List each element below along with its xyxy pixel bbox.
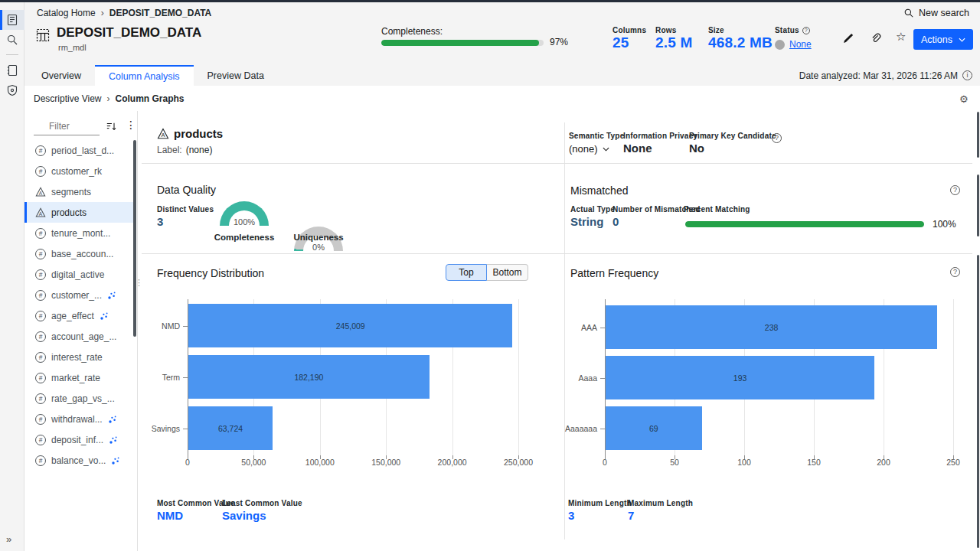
pattern-frequency-chart: 050100150200250238AAA193Aaaa69Aaaaaaa: [563, 297, 972, 471]
filter-input[interactable]: [34, 117, 100, 135]
column-list: #period_last_d...#customer_rkAsegmentsAp…: [24, 140, 135, 471]
edit-button[interactable]: [842, 32, 854, 44]
date-analyzed: Date analyzed: Mar 31, 2026 11:26 AM i: [799, 65, 972, 86]
svg-text:A: A: [39, 191, 43, 196]
top-bottom-toggle: Top Bottom: [446, 264, 528, 281]
sidebar-item-customer_[interactable]: #customer_...: [24, 285, 135, 305]
sidebar-item-tenure_mont[interactable]: #tenure_mont...: [24, 223, 135, 243]
x-tick-label: 150,000: [355, 458, 416, 467]
min-length-value: 3: [568, 509, 632, 522]
status-value-link[interactable]: None: [789, 39, 812, 50]
sidebar-item-digital_active[interactable]: #digital_active: [24, 264, 135, 285]
pattern-frequency-help-icon[interactable]: ?: [950, 267, 960, 277]
insight-icon: [100, 311, 109, 321]
sidebar-item-deposit_inf[interactable]: #deposit_inf...: [24, 429, 135, 450]
notebook-icon: [6, 64, 18, 77]
sort-icon[interactable]: [106, 121, 117, 132]
status-label: Status: [775, 26, 799, 34]
rail-governance-icon[interactable]: [0, 80, 24, 100]
category-tick: [183, 377, 188, 378]
semantic-type-dropdown[interactable]: (none): [569, 143, 624, 155]
favorite-button[interactable]: ☆: [896, 30, 906, 44]
bar-Aaaaaaa: 69: [606, 406, 702, 450]
tab-column-analysis[interactable]: Column Analysis: [95, 65, 193, 86]
sidebar-item-rate_gap_vs_[interactable]: #rate_gap_vs_...: [24, 388, 135, 409]
sidebar-item-balance_vo[interactable]: #balance_vo...: [24, 450, 135, 471]
magnifier-icon: [6, 34, 18, 46]
columns-label: Columns: [612, 26, 646, 34]
panel-resize-handle[interactable]: ⋮: [135, 280, 143, 285]
actual-type-label: Actual Type: [570, 205, 615, 214]
column-list-panel: ⋮ #period_last_d...#customer_rkAsegments…: [24, 111, 138, 551]
completeness-label: Completeness:: [381, 26, 443, 37]
star-icon: ☆: [896, 30, 906, 44]
numeric-type-icon: #: [35, 455, 46, 466]
uniqueness-gauge-pct: 0%: [294, 243, 343, 252]
category-tick: [600, 328, 605, 328]
sidebar-item-period_last_d[interactable]: #period_last_d...: [24, 140, 135, 161]
breadcrumb-descriptive-view[interactable]: Descriptive View: [34, 93, 101, 104]
size-label: Size: [708, 26, 773, 34]
settings-gear-icon[interactable]: ⚙: [959, 93, 969, 105]
breadcrumb-catalog-home[interactable]: Catalog Home: [37, 8, 96, 18]
insight-icon: [109, 435, 118, 445]
sidebar-item-interest_rate[interactable]: #interest_rate: [24, 347, 135, 367]
rail-notebook-icon[interactable]: [0, 60, 24, 80]
pk-candidate-label: Primary Key Candidate: [689, 132, 776, 140]
numeric-type-icon: #: [35, 373, 46, 383]
sidebar-item-base_accoun[interactable]: #base_accoun...: [24, 243, 135, 264]
left-nav-rail: »: [0, 2, 24, 551]
status-help-icon[interactable]: ?: [802, 27, 810, 34]
semantic-type-label: Semantic Type: [569, 132, 624, 140]
sidebar-item-products[interactable]: Aproducts: [24, 202, 135, 223]
insight-icon: [111, 456, 120, 465]
mismatched-help-icon[interactable]: ?: [950, 185, 960, 195]
sidebar-item-customer_rk[interactable]: #customer_rk: [24, 161, 135, 181]
asset-title: DEPOSIT_DEMO_DATA: [57, 25, 201, 41]
numeric-type-icon: #: [35, 269, 46, 280]
least-common-label: Least Common Value: [222, 499, 302, 507]
rail-catalog-icon[interactable]: [0, 10, 24, 30]
expand-rail-button[interactable]: »: [6, 533, 11, 545]
sidebar-scrollbar[interactable]: [133, 140, 136, 337]
tab-overview[interactable]: Overview: [28, 65, 95, 86]
shield-icon: [6, 84, 18, 96]
sidebar-item-segments[interactable]: Asegments: [24, 181, 135, 202]
info-privacy-label: Information Privacy: [623, 132, 697, 140]
tab-preview-data[interactable]: Preview Data: [194, 65, 278, 86]
insight-icon: [107, 291, 116, 300]
distinct-values-label: Distinct Values: [157, 205, 214, 214]
rows-label: Rows: [655, 26, 693, 34]
rail-divider: [6, 54, 18, 55]
actions-button[interactable]: Actions: [913, 29, 973, 50]
completeness-bar-fill: [381, 40, 539, 46]
main-scrollbar[interactable]: [977, 174, 979, 236]
main-scrollbar[interactable]: [977, 112, 979, 158]
x-tick-label: 200: [853, 458, 914, 467]
rail-search-icon[interactable]: [0, 30, 24, 50]
paperclip-icon: [870, 32, 882, 44]
sidebar-item-market_rate[interactable]: #market_rate: [24, 367, 135, 388]
info-icon[interactable]: i: [962, 70, 972, 80]
x-tick-label: 100,000: [289, 458, 351, 467]
sidebar-item-account_age_[interactable]: #account_age_...: [24, 326, 135, 347]
toggle-top-button[interactable]: Top: [446, 264, 487, 281]
sidebar-item-withdrawal[interactable]: #withdrawal...: [24, 409, 135, 429]
new-search-button[interactable]: New search: [903, 8, 969, 18]
sidebar-item-age_effect[interactable]: #age_effect: [24, 305, 135, 326]
frequency-distribution-chart: 050,000100,000150,000200,000250,000245,0…: [149, 297, 544, 471]
x-tick-label: 200,000: [422, 458, 483, 467]
category-label: Savings: [149, 406, 180, 450]
overflow-menu-icon[interactable]: ⋮: [126, 119, 136, 131]
numeric-type-icon: #: [35, 352, 46, 363]
app-window: » Catalog Home › DEPOSIT_DEMO_DATA New s…: [0, 0, 980, 551]
main-scrollbar[interactable]: [977, 255, 979, 548]
related-items-button[interactable]: [870, 32, 882, 44]
column-header-help-icon[interactable]: ?: [772, 133, 782, 143]
numeric-type-icon: #: [35, 311, 46, 321]
top-bar: Catalog Home › DEPOSIT_DEMO_DATA New sea…: [24, 2, 980, 23]
toggle-bottom-button[interactable]: Bottom: [487, 264, 528, 281]
percent-matching-bar: [685, 221, 924, 227]
mismatched-title: Mismatched: [570, 184, 628, 197]
svg-text:A: A: [39, 211, 43, 217]
